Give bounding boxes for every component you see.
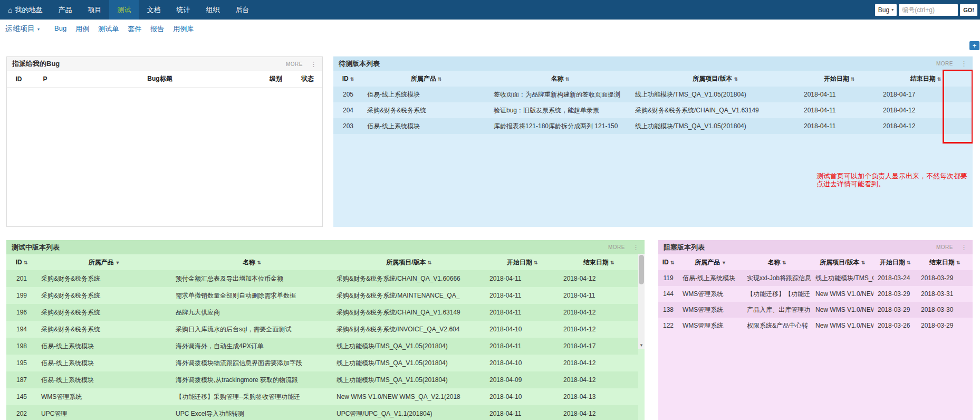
table-row[interactable]: 119佰易-线上系统模块实现xxl-Job将跟踪信息线上功能模块/TMS_Q20…: [658, 270, 973, 286]
table-row[interactable]: 194采购&财务&税务系统采购日入库流水的后台sql，需要全面测试采购&财务&税…: [6, 321, 638, 338]
column-label: 名称: [243, 259, 255, 266]
chevron-down-icon: ▾: [37, 27, 40, 32]
project-switcher[interactable]: 运维项目 ▾: [5, 24, 40, 34]
table-cell: 205: [333, 87, 363, 102]
topnav-item-my-space[interactable]: ⌂我的地盘: [0, 0, 50, 20]
table-cell: 2018-04-10: [485, 388, 559, 405]
topnav-item-stats[interactable]: 统计: [168, 0, 198, 20]
table-row[interactable]: 187佰易-线上系统模块海外调拨模块,从trackingmore 获取的物流跟线…: [6, 371, 638, 388]
table-cell: 2018-03-29: [873, 302, 917, 318]
column-header[interactable]: 所属项目/版本⇅: [631, 71, 800, 87]
table-row[interactable]: 201采购&财务&税务系统预付金额汇总表及导出增加本位币金额采购&财务&税务系统…: [6, 270, 638, 287]
column-header[interactable]: 所属产品▼: [37, 254, 171, 270]
table-cell: 2018-04-11: [485, 338, 559, 355]
table-cell: UPC Excel导入功能转测: [171, 405, 332, 420]
column-header[interactable]: 结束日期⇅: [879, 71, 973, 87]
more-link[interactable]: MORE: [936, 61, 953, 66]
table-row[interactable]: 196采购&财务&税务系统品牌九大供应商采购&财务&税务系统/CHAIN_QA_…: [6, 304, 638, 321]
column-header[interactable]: ID⇅: [658, 254, 678, 270]
search-module-select[interactable]: Bug ▾: [875, 4, 897, 16]
column-header[interactable]: 开始日期⇅: [800, 71, 879, 87]
table-row[interactable]: 145WMS管理系统【功能迁移】采购管理--采购签收管理功能迁New WMS V…: [6, 388, 638, 405]
subnav-item-testtask[interactable]: 测试单: [98, 24, 119, 34]
table-cell: 采购&财务&税务系统: [37, 321, 171, 338]
subnav-item-caselib[interactable]: 用例库: [173, 24, 194, 34]
go-button[interactable]: GO!: [960, 4, 977, 16]
search-input[interactable]: [899, 4, 958, 16]
topnav-item-label: 组织: [206, 5, 219, 15]
table-cell: 199: [6, 287, 37, 304]
table-cell: WMS管理系统: [678, 318, 743, 333]
column-label: 名称: [551, 75, 564, 82]
top-navigation: ⌂我的地盘产品项目测试文档统计组织后台 Bug ▾ GO!: [0, 0, 980, 20]
topnav-item-test[interactable]: 测试: [109, 0, 139, 20]
topnav-item-product[interactable]: 产品: [50, 0, 80, 20]
column-header[interactable]: 结束日期⇅: [559, 254, 638, 270]
table-row[interactable]: 198佰易-线上系统模块海外调海外，自动生成4PX订单线上功能模块/TMS_QA…: [6, 338, 638, 355]
table-cell: 2018-04-12: [559, 321, 638, 338]
column-header[interactable]: 所属产品⇅: [363, 71, 489, 87]
topnav-item-project[interactable]: 项目: [80, 0, 109, 20]
table-row[interactable]: 144WMS管理系统【功能迁移】【功能迁New WMS V1.0/NEW2018…: [658, 286, 973, 302]
sort-icon: ⇅: [734, 77, 738, 82]
column-header: P: [31, 71, 60, 87]
column-label: 结束日期: [910, 75, 936, 82]
subnav-item-bug[interactable]: Bug: [54, 24, 66, 34]
column-header[interactable]: 所属项目/版本⇅: [332, 254, 485, 270]
sort-icon: ⇅: [534, 260, 538, 265]
table-cell: 2018-04-11: [485, 287, 559, 304]
more-link[interactable]: MORE: [936, 244, 953, 250]
topnav-item-label: 后台: [235, 5, 249, 15]
table-row[interactable]: 205佰易-线上系统模块签收页面：为品牌重新构建新的签收页面提浏线上功能模块/T…: [333, 87, 973, 102]
column-label: 所属产品: [411, 75, 436, 82]
column-header: ID: [7, 71, 31, 87]
table-cell: WMS管理系统: [678, 302, 743, 318]
column-label: 状态: [301, 75, 314, 82]
sort-icon: ⇅: [956, 260, 960, 265]
topnav-item-org[interactable]: 组织: [198, 0, 227, 20]
column-header[interactable]: 名称⇅: [743, 254, 811, 270]
panel-menu-icon[interactable]: ⋮: [960, 243, 967, 251]
table-cell: 195: [6, 355, 37, 371]
scroll-down-arrow-icon[interactable]: ▾: [638, 342, 645, 349]
global-search: Bug ▾ GO!: [875, 0, 980, 20]
search-module-label: Bug: [878, 6, 889, 14]
column-header[interactable]: 所属产品▼: [678, 254, 743, 270]
column-header[interactable]: 名称⇅: [489, 71, 631, 87]
column-header[interactable]: 所属项目/版本⇅: [811, 254, 873, 270]
panel-menu-icon[interactable]: ⋮: [310, 60, 317, 68]
table-row[interactable]: 203佰易-线上系统模块库龄报表将121-180库龄拆分成两列 121-150线…: [333, 118, 973, 134]
table-cell: 2018-03-26: [873, 318, 917, 333]
table-cell: 库龄报表将121-180库龄拆分成两列 121-150: [489, 118, 631, 134]
table-row[interactable]: 138WMS管理系统产品入库、出库管理功New WMS V1.0/NEW2018…: [658, 302, 973, 318]
add-button[interactable]: +: [969, 41, 979, 50]
table-row[interactable]: 199采购&财务&税务系统需求单撤销数量全部则自动删除需求单数据采购&财务&税务…: [6, 287, 638, 304]
column-header[interactable]: ID⇅: [6, 254, 37, 270]
column-header[interactable]: ID⇅: [333, 71, 363, 87]
table-row[interactable]: 122WMS管理系统权限系统&产品中心转New WMS V1.0/NEW2018…: [658, 318, 973, 333]
subnav-item-suite[interactable]: 套件: [128, 24, 141, 34]
table-row[interactable]: 204采购&财务&税务系统验证bug：旧版发票系统，能超单录票采购&财务&税务系…: [333, 102, 973, 118]
column-header[interactable]: 开始日期⇅: [485, 254, 559, 270]
table-row[interactable]: 195佰易-线上系统模块海外调拨模块物流跟踪信息界面需要添加字段线上功能模块/T…: [6, 355, 638, 371]
table-cell: 2018-04-11: [559, 287, 638, 304]
topnav-item-admin[interactable]: 后台: [227, 0, 257, 20]
column-header[interactable]: 开始日期⇅: [873, 254, 917, 270]
column-header[interactable]: 结束日期⇅: [917, 254, 973, 270]
more-link[interactable]: MORE: [286, 61, 303, 67]
table-row[interactable]: 202UPC管理UPC Excel导入功能转测UPC管理/UPC_QA_V1.1…: [6, 405, 638, 420]
subnav-item-report[interactable]: 报告: [150, 24, 164, 34]
table-cell: 采购&财务&税务系统/INVOICE_QA_V2.604: [332, 321, 485, 338]
panel-menu-icon[interactable]: ⋮: [960, 60, 967, 68]
topnav-item-doc[interactable]: 文档: [139, 0, 168, 20]
scrollbar-thumb[interactable]: [639, 255, 644, 284]
table-header-row: IDPBug标题级别状态: [7, 71, 323, 87]
more-link[interactable]: MORE: [608, 244, 625, 250]
subnav-links: Bug用例测试单套件报告用例库: [54, 24, 194, 34]
sort-icon: ⇅: [782, 260, 786, 265]
panel-menu-icon[interactable]: ⋮: [632, 243, 639, 251]
subnav-item-case[interactable]: 用例: [75, 24, 89, 34]
sort-icon: ⇅: [257, 260, 261, 265]
column-header[interactable]: 名称⇅: [171, 254, 332, 270]
vertical-scrollbar[interactable]: ▾: [638, 254, 645, 349]
